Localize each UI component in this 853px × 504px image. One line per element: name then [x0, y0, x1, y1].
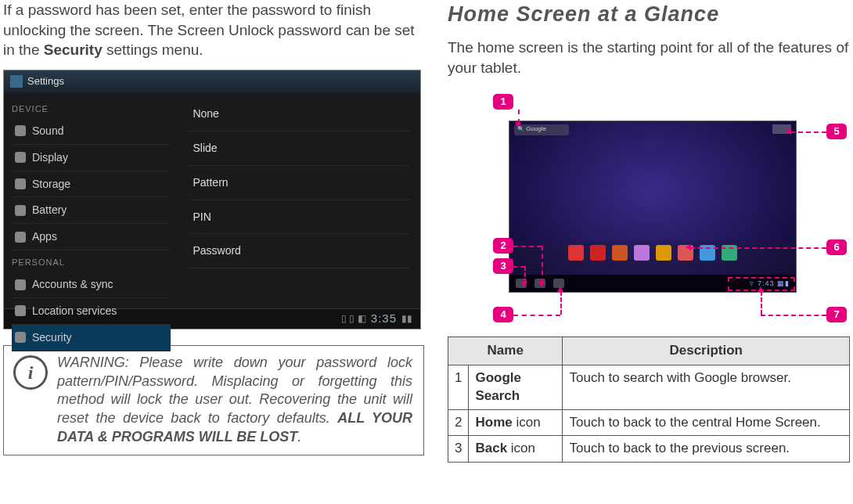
callout-badge-4: 4	[493, 307, 513, 322]
dock-app-icon	[634, 245, 650, 261]
table-row: 3Back iconTouch to back to the previous …	[448, 436, 850, 463]
settings-section-device: DEVICE	[12, 103, 171, 115]
sidebar-item-display: Display	[12, 145, 171, 171]
sidebar-item-location: Location services	[12, 298, 171, 325]
sidebar-item-security: Security	[12, 325, 171, 351]
settings-titlebar: Settings	[4, 70, 420, 92]
table-row: 2Home iconTouch to back to the central H…	[448, 409, 850, 436]
callout-badge-7: 7	[826, 307, 847, 322]
location-icon	[15, 305, 26, 316]
apps-icon	[15, 232, 26, 243]
option-none: None	[189, 97, 409, 131]
callout-badge-3: 3	[493, 258, 513, 274]
info-icon: i	[13, 355, 48, 390]
sidebar-item-apps: Apps	[12, 224, 171, 250]
display-icon	[15, 152, 26, 163]
sidebar-item-storage: Storage	[12, 171, 171, 198]
table-cell-desc: Touch to back to the central Home Screen…	[563, 409, 850, 436]
option-slide: Slide	[189, 131, 409, 166]
settings-sidebar: DEVICE Sound Display Storage Battery App…	[4, 92, 178, 308]
table-head-name: Name	[448, 337, 563, 365]
section-title: Home Screen at a Glance	[448, 0, 850, 28]
option-pattern: Pattern	[189, 166, 409, 200]
battery-icon	[15, 205, 26, 216]
sound-icon	[15, 125, 26, 136]
settings-time: 3:35	[371, 311, 397, 326]
description-table: Name Description 1Google SearchTouch to …	[448, 337, 850, 463]
table-cell-desc: Touch to back to the previous screen.	[563, 436, 850, 463]
callout-badge-5: 5	[826, 124, 847, 139]
option-password: Password	[189, 234, 409, 268]
unlock-text-bold: Security	[44, 41, 103, 58]
storage-icon	[15, 178, 26, 189]
table-cell-name: Back icon	[469, 436, 563, 463]
dock-app-icon	[590, 245, 606, 261]
warning-text-post: .	[297, 429, 301, 445]
sidebar-item-battery: Battery	[12, 197, 171, 224]
option-pin: PIN	[189, 200, 409, 235]
sidebar-item-sound: Sound	[12, 118, 171, 145]
section-intro: The home screen is the starting point fo…	[448, 38, 850, 77]
table-row: 1Google SearchTouch to search with Googl…	[448, 365, 850, 409]
shield-icon	[15, 332, 26, 343]
dock-app-icon	[568, 245, 584, 261]
tablet-screenshot: 🔍 Google ▿ 7:43 ▦▮	[509, 121, 797, 293]
unlock-paragraph: If a password has been set, enter the pa…	[3, 0, 424, 60]
sync-icon	[15, 279, 26, 290]
settings-options: None Slide Pattern PIN Password	[178, 92, 420, 308]
table-cell-num: 3	[448, 436, 469, 463]
unlock-text-post: settings menu.	[103, 41, 203, 58]
table-cell-desc: Touch to search with Google browser.	[563, 365, 850, 409]
settings-title: Settings	[27, 74, 64, 88]
warning-text: WARNING: Please write down your password…	[57, 354, 412, 447]
settings-screenshot: Settings DEVICE Sound Display Storage Ba…	[3, 70, 421, 329]
sidebar-item-accounts: Accounts & sync	[12, 272, 171, 298]
callout-badge-1: 1	[493, 94, 513, 110]
warning-box: i WARNING: Please write down your passwo…	[3, 345, 424, 455]
table-cell-name: Google Search	[469, 365, 563, 409]
home-screen-diagram: 🔍 Google ▿ 7:43 ▦▮ 1 2 3 4 5 6 7	[448, 89, 847, 324]
google-search-bar: 🔍 Google	[514, 124, 569, 135]
settings-section-personal: PERSONAL	[12, 257, 171, 268]
table-cell-num: 1	[448, 365, 469, 409]
table-cell-name: Home icon	[469, 409, 563, 436]
callout-badge-2: 2	[493, 238, 513, 254]
dock-app-icon	[656, 245, 671, 261]
dock-app-icon	[612, 245, 628, 261]
callout-badge-6: 6	[826, 239, 847, 255]
table-cell-num: 2	[448, 409, 469, 436]
table-head-desc: Description	[563, 337, 850, 365]
